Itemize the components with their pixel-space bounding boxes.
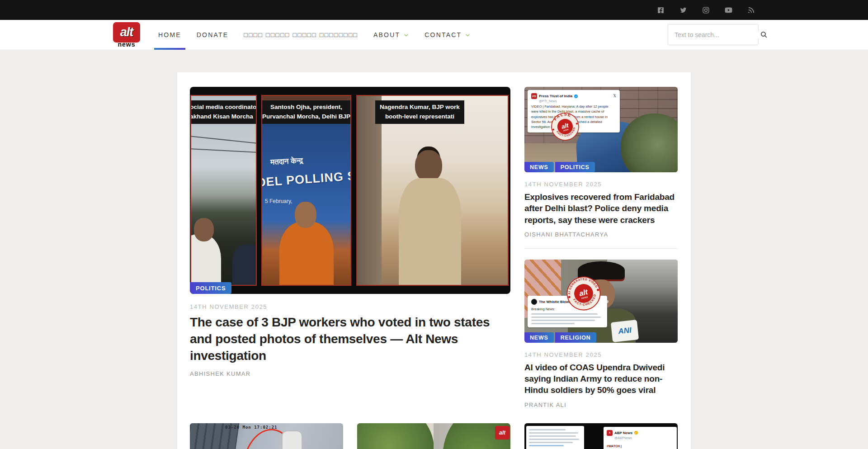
bottom-article-image-isi[interactable]: INDIAN STATISTICAL INSTITUTE Platinum Ju… [357,423,510,449]
facebook-icon[interactable] [657,6,665,14]
side-column: PTI Press Trust of India ✓ 𝕏 @PTI_News V… [524,87,678,408]
photo-caption: Nagendra Kumar, BJP work booth-level rep… [375,100,464,124]
article-date: 14TH NOVEMBER 2025 [524,181,678,188]
youtube-icon[interactable] [725,6,732,14]
altnews-logo-mark: alt [113,22,140,43]
altnews-logo[interactable]: alt news [113,22,140,48]
tweet-author-name: ABP News [614,431,632,435]
tweet-screenshot-abp: A ABP News ✓ @ABPNews #WATCH | #Dharmend… [604,427,677,449]
x-logo-icon: 𝕏 [613,94,616,98]
bottom-article-image-cctv[interactable]: 03-20 Mon 17:02:21 [190,423,343,449]
verified-badge-icon: ✓ [634,431,638,435]
logo-text-news: news [113,41,140,48]
article-title[interactable]: The case of 3 BJP workers who voted in t… [190,314,510,364]
article-date: 14TH NOVEMBER 2025 [524,351,678,358]
chevron-down-icon [465,32,471,38]
article-date: 14TH NOVEMBER 2025 [190,303,510,310]
category-badge-politics[interactable]: POLITICS [555,162,595,172]
nav-item-home[interactable]: HOME [158,20,181,50]
polling-sign-date: 5 February, [265,198,292,204]
tweet-watch-text: #WATCH | [607,444,622,448]
nav-item-about-label: ABOUT [373,31,400,38]
nav-menu: HOME DONATE □□□□ □□□□□ □□□□□ □□□□□□□□ AB… [158,20,471,50]
side-article-image[interactable]: ANI The Whistle Blower ✓ Breaking News: [524,260,678,343]
article-author: OISHANI BHATTACHARYA [524,231,678,238]
rss-icon[interactable] [747,6,755,14]
divider [524,248,678,249]
side-article-1: PTI Press Trust of India ✓ 𝕏 @PTI_News V… [524,87,678,238]
tweet-author-name: Press Trust of India [539,94,572,98]
tweet-avatar [531,299,537,305]
article-author: ABHISHEK KUMAR [190,370,510,377]
featured-article: umar, social media coordinator, Uttarakh… [190,87,510,408]
nav-item-about[interactable]: ABOUT [373,20,409,50]
photo-caption: Santosh Ojha, president, Purvanchal Morc… [261,100,351,124]
page-background: umar, social media coordinator, Uttarakh… [0,72,868,449]
photo-panel-center: मतदान केन्द्र ODEL POLLING STATION 5 Feb… [261,95,351,286]
side-article-2: ANI The Whistle Blower ✓ Breaking News: [524,260,678,408]
photo-caption: umar, social media coordinator, Uttarakh… [190,100,257,124]
tweet-author-handle: @PTI_News [539,99,616,103]
nav-item-donate[interactable]: DONATE [197,20,229,50]
nav-item-contact[interactable]: CONTACT [425,20,471,50]
nav-item-hindi[interactable]: □□□□ □□□□□ □□□□□ □□□□□□□□ [244,20,358,50]
tweet-screenshot [526,426,584,449]
side-article-image[interactable]: PTI Press Trust of India ✓ 𝕏 @PTI_News V… [524,87,678,172]
polling-sign-text: ODEL POLLING STATION [261,167,351,191]
search-icon [760,31,768,38]
search-box [668,24,759,45]
instagram-icon[interactable] [702,6,710,14]
bottom-article-row: 03-20 Mon 17:02:21 INDIAN STATISTICAL IN… [190,423,678,449]
tweet-author-handle: @ABPNews [614,436,674,440]
article-author: PRANTIK ALI [524,402,678,408]
category-badge-news[interactable]: NEWS [524,162,554,172]
featured-article-image[interactable]: umar, social media coordinator, Uttarakh… [190,87,510,294]
logo-text-alt: alt [120,25,133,39]
article-title[interactable]: Explosives recovered from Faridabad afte… [524,191,678,226]
search-input[interactable] [668,31,760,38]
topbar [0,0,868,20]
chevron-down-icon [403,32,409,38]
search-button[interactable] [760,24,768,45]
altnews-watermark-logo: alt [495,426,509,440]
abp-avatar: A [607,430,613,436]
twitter-icon[interactable] [679,6,687,14]
photo-panel-left: umar, social media coordinator, Uttarakh… [190,95,257,286]
content-card: umar, social media coordinator, Uttarakh… [177,72,691,449]
category-badge-religion[interactable]: RELIGION [555,332,596,343]
nav-item-contact-label: CONTACT [425,31,462,38]
category-badge-news[interactable]: NEWS [524,332,554,343]
polling-sign-hindi: मतदान केन्द्र [270,153,351,167]
article-title[interactable]: AI video of COAS Upendra Dwivedi saying … [524,362,678,396]
category-badge-politics[interactable]: POLITICS [190,282,231,294]
pti-avatar: PTI [531,93,537,99]
photo-panel-right: Nagendra Kumar, BJP work booth-level rep… [356,95,509,286]
verified-badge-icon: ✓ [574,95,578,98]
ani-mic-cube: ANI [611,320,639,342]
navbar: alt news HOME DONATE □□□□ □□□□□ □□□□□ □□… [0,20,868,50]
bottom-article-image-abp[interactable]: A ABP News ✓ @ABPNews #WATCH | #Dharmend… [524,423,678,449]
